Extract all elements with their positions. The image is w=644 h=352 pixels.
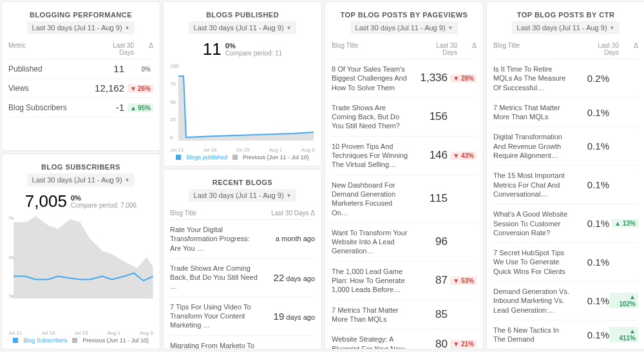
- chevron-down-icon: ▼: [610, 25, 615, 31]
- metric-value: 1,336: [412, 72, 448, 84]
- list-item[interactable]: The 6 New Tactics In The Demand 0.1% ▲ 4…: [493, 320, 638, 349]
- delta-badge: ▲ 102%: [609, 293, 638, 308]
- table-row: Blog Subscribers -1 ▲ 95%: [8, 98, 153, 117]
- table-row: Published 11 0%: [8, 59, 153, 79]
- table-header: Blog Title Last 30 Days Δ: [332, 39, 477, 59]
- table-row: Views 12,162 ▼ 26%: [8, 79, 153, 98]
- metric-value: 0.1%: [574, 257, 609, 268]
- blog-title: Demand Generation Vs. Inbound Marketing …: [493, 287, 574, 315]
- delta-badge: ▼ 28%: [450, 74, 477, 83]
- blog-title: 8 Of Your Sales Team's Biggest Challenge…: [332, 64, 412, 92]
- blog-title: New Dashboard For Demand Generation Mark…: [332, 181, 412, 217]
- list-item[interactable]: 10 Proven Tips And Techniques For Winnin…: [332, 137, 477, 175]
- delta-badge: ▲ 13%: [612, 219, 638, 228]
- list-item[interactable]: 7 Metrics That Matter More Than MQLs 0.1…: [493, 98, 638, 128]
- table-header: Blog Title Last 30 Days Δ: [170, 207, 315, 220]
- metric-value: 156: [412, 110, 448, 123]
- blog-age: 22 days ago: [262, 272, 315, 283]
- legend-swatch: [176, 155, 181, 160]
- blog-age: a month ago: [262, 235, 315, 242]
- metric-value: 0.1%: [574, 179, 609, 190]
- chevron-down-icon: ▼: [125, 177, 130, 183]
- list-item[interactable]: Digital Transformation And Revenue Growt…: [493, 127, 638, 166]
- delta-badge: ▼ 26%: [128, 84, 153, 93]
- blog-title: Migrating From Marketo To HubSpot? Here …: [170, 341, 262, 349]
- delta-badge: ▲ 95%: [128, 104, 153, 112]
- chevron-down-icon: ▼: [287, 25, 292, 31]
- blog-title: 7 Tips For Using Video To Transform Your…: [170, 302, 262, 330]
- big-number: 7,005: [25, 191, 67, 211]
- list-item[interactable]: Rate Your Digital Transformation Progres…: [170, 220, 315, 259]
- blog-title: Want To Transform Your Website Into A Le…: [332, 228, 412, 256]
- delta-badge: ▲ 411%: [609, 327, 638, 342]
- list-item[interactable]: The 1,000 Lead Game Plan: How To Generat…: [332, 262, 477, 300]
- blog-title: Trade Shows Are Coming Back, But Do You …: [332, 103, 412, 131]
- blog-title: Rate Your Digital Transformation Progres…: [170, 225, 262, 253]
- delta-badge: ▼ 53%: [450, 277, 477, 285]
- chart-legend: Blogs published Previous (Jun 11 - Jul 1…: [170, 154, 315, 161]
- list-item[interactable]: Website Strategy: A Blueprint For Your N…: [332, 329, 477, 349]
- blog-title: Is It Time To Retire MQLs As The Measure…: [493, 64, 574, 92]
- y-axis: 100 75 50 25 0: [170, 63, 178, 141]
- metric-value: 0.2%: [574, 73, 609, 84]
- delta-badge: 0%: [139, 65, 153, 73]
- big-number: 11: [203, 39, 222, 59]
- metric-value: 0.1%: [574, 329, 609, 340]
- table-header: Blog Title Last 30 Days Δ: [493, 39, 638, 59]
- list-item[interactable]: 7 Tips For Using Video To Transform Your…: [170, 297, 315, 336]
- list-item[interactable]: 7 Metrics That Matter More Than MQLs 85: [332, 300, 477, 330]
- date-range-selector[interactable]: Last 30 days (Jul 11 - Aug 9) ▼: [350, 21, 459, 34]
- blog-title: The 15 Most Important Metrics For Chat A…: [493, 171, 574, 199]
- x-axis: Jul 11Jul 18Jul 25Aug 1Aug 8: [8, 330, 153, 336]
- card-top-ctr: TOP BLOG POSTS BY CTR Last 30 days (Jul …: [486, 1, 644, 349]
- list-item[interactable]: Trade Shows Are Coming Back, But Do You …: [332, 98, 477, 137]
- delta-badge: ▼ 21%: [450, 340, 477, 348]
- delta-badge: ▼ 43%: [450, 152, 477, 160]
- date-range-selector[interactable]: Last 30 days (Jul 11 - Aug 9) ▼: [512, 21, 620, 34]
- metric-value: 0.1%: [574, 295, 609, 306]
- legend-swatch: [13, 338, 18, 343]
- blog-title: What's A Good Website Session To Custome…: [493, 210, 574, 237]
- list-item[interactable]: Want To Transform Your Website Into A Le…: [332, 223, 477, 262]
- date-range-selector[interactable]: Last 30 days (Jul 11 - Aug 9) ▼: [189, 189, 297, 202]
- card-blogging-performance: BLOGGING PERFORMANCE Last 30 days (Jul 1…: [1, 1, 160, 151]
- chevron-down-icon: ▼: [287, 193, 292, 199]
- chevron-down-icon: ▼: [125, 25, 130, 31]
- list-item[interactable]: New Dashboard For Demand Generation Mark…: [332, 175, 477, 223]
- card-blogs-published: BLOGS PUBLISHED Last 30 days (Jul 11 - A…: [163, 1, 322, 166]
- chevron-down-icon: ▼: [448, 25, 453, 31]
- card-title: BLOGS PUBLISHED: [170, 11, 315, 19]
- list-item[interactable]: Demand Generation Vs. Inbound Marketing …: [493, 282, 638, 320]
- blog-title: Website Strategy: A Blueprint For Your N…: [332, 335, 412, 349]
- metric-value: 87: [412, 274, 448, 287]
- date-range-selector[interactable]: Last 30 days (Jul 11 - Aug 9) ▼: [189, 21, 297, 34]
- list-item[interactable]: 7 Secret HubSpot Tips We Use To Generate…: [493, 243, 638, 282]
- list-item[interactable]: Is It Time To Retire MQLs As The Measure…: [493, 59, 638, 98]
- card-title: TOP BLOG POSTS BY CTR: [493, 11, 638, 19]
- list-item[interactable]: Migrating From Marketo To HubSpot? Here …: [170, 336, 315, 349]
- table-header: Metric Last 30 Days Δ: [8, 39, 153, 59]
- card-recent-blogs: RECENT BLOGS Last 30 days (Jul 11 - Aug …: [163, 169, 322, 349]
- blog-title: 7 Metrics That Matter More Than MQLs: [332, 306, 412, 324]
- metric-value: 85: [412, 308, 448, 321]
- blog-title: 10 Proven Tips And Techniques For Winnin…: [332, 142, 412, 170]
- list-item[interactable]: Trade Shows Are Coming Back, But Do You …: [170, 259, 315, 297]
- list-item[interactable]: What's A Good Website Session To Custome…: [493, 204, 638, 243]
- card-title: BLOGGING PERFORMANCE: [8, 11, 153, 19]
- date-range-selector[interactable]: Last 30 days (Jul 11 - Aug 9) ▼: [27, 173, 135, 186]
- chart-legend: Blog Subscribers Previous (Jun 11 - Jul …: [8, 337, 153, 344]
- metric-value: 115: [412, 192, 448, 205]
- list-item[interactable]: 8 Of Your Sales Team's Biggest Challenge…: [332, 59, 477, 98]
- date-range-selector[interactable]: Last 30 days (Jul 11 - Aug 9) ▼: [27, 21, 135, 34]
- published-chart: [178, 63, 314, 141]
- card-title: BLOG SUBSCRIBERS: [8, 163, 153, 171]
- blog-title: Trade Shows Are Coming Back, But Do You …: [170, 264, 262, 291]
- list-item[interactable]: The 15 Most Important Metrics For Chat A…: [493, 166, 638, 204]
- blog-title: The 6 New Tactics In The Demand: [493, 326, 574, 344]
- metric-value: 146: [412, 149, 448, 162]
- blog-title: 7 Metrics That Matter More Than MQLs: [493, 103, 574, 122]
- x-axis: Jul 11Jul 18Jul 25Aug 1Aug 8: [170, 147, 315, 153]
- card-top-pageviews: TOP BLOG POSTS BY PAGEVIEWS Last 30 days…: [325, 1, 484, 349]
- metric-value: 0.1%: [574, 107, 609, 118]
- card-blog-subscribers: BLOG SUBSCRIBERS Last 30 days (Jul 11 - …: [1, 153, 160, 349]
